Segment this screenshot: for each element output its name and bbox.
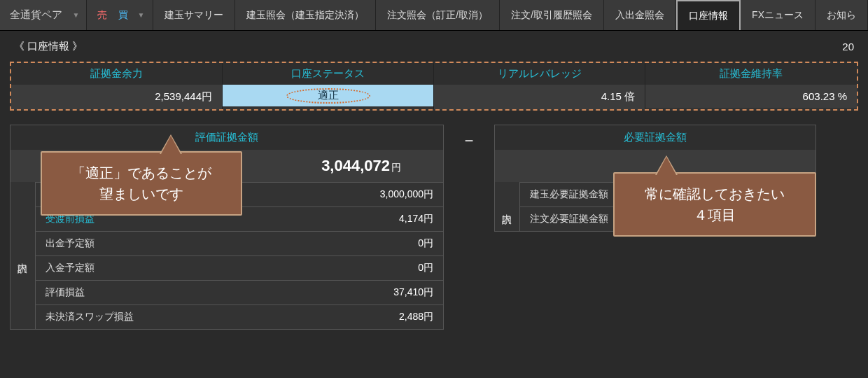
row-deposit-planned: 入金予定額0円 xyxy=(36,255,443,280)
highlight-table: 証拠金余力 2,539,444円 口座ステータス 適正 リアルレバレッジ 4.1… xyxy=(10,62,858,111)
tab-fx-news[interactable]: FXニュース xyxy=(741,0,816,30)
panel-head: 必要証拠金額 xyxy=(495,125,816,150)
breakdown-label: 内訳 xyxy=(495,182,520,231)
callout-status-advice: 「適正」であることが 望ましいです xyxy=(41,151,242,216)
col-real-leverage: リアルレバレッジ 4.15 倍 xyxy=(434,63,645,109)
col-head: リアルレバレッジ xyxy=(434,63,645,85)
callout-text: 常に確認しておきたい ４項目 xyxy=(627,183,802,225)
col-value: 適正 xyxy=(223,85,433,106)
top-toolbar: 全通貨ペア ▼ 売 買 ▼ 建玉サマリー 建玉照会（建玉指定決済） 注文照会（訂… xyxy=(0,0,868,31)
col-account-status: 口座ステータス 適正 xyxy=(223,63,434,109)
panel-head: 評価証拠金額 xyxy=(10,125,443,150)
col-value: 2,539,444円 xyxy=(11,85,222,109)
chevron-down-icon: ▼ xyxy=(73,11,80,19)
tab-order-inquiry[interactable]: 注文照会（訂正/取消） xyxy=(376,0,500,30)
tab-order-history[interactable]: 注文/取引履歴照会 xyxy=(500,0,604,30)
breakdown-label: 内訳 xyxy=(10,182,36,329)
currency-pair-select[interactable]: 全通貨ペア ▼ xyxy=(0,0,87,30)
tab-account-info[interactable]: 口座情報 xyxy=(676,0,741,30)
sell-buy-toggle[interactable]: 売 買 ▼ xyxy=(87,0,153,30)
col-value: 603.23 % xyxy=(645,85,857,108)
callout-tail-icon xyxy=(161,136,181,154)
buy-button[interactable]: 買 xyxy=(113,6,133,24)
row-valuation-pl: 評価損益37,410円 xyxy=(36,280,443,304)
col-head: 口座ステータス xyxy=(223,63,433,85)
page-title: 《 口座情報 》 xyxy=(14,40,83,53)
subhead: 《 口座情報 》 20 xyxy=(0,31,868,62)
col-margin-capacity: 証拠金余力 2,539,444円 xyxy=(11,63,223,109)
main-tabs: 建玉サマリー 建玉照会（建玉指定決済） 注文照会（訂正/取消） 注文/取引履歴照… xyxy=(153,0,868,30)
subhead-right: 20 xyxy=(842,41,854,52)
col-value: 4.15 倍 xyxy=(434,85,645,109)
col-head: 証拠金維持率 xyxy=(645,63,857,85)
col-margin-maintenance: 証拠金維持率 603.23 % xyxy=(645,63,857,109)
col-head: 証拠金余力 xyxy=(11,63,222,85)
sell-button[interactable]: 売 xyxy=(92,6,112,24)
tab-deposit-withdraw[interactable]: 入出金照会 xyxy=(604,0,676,30)
callout-tail-icon xyxy=(657,157,676,175)
callout-four-items: 常に確認しておきたい ４項目 xyxy=(613,172,816,237)
tab-position-inquiry[interactable]: 建玉照会（建玉指定決済） xyxy=(235,0,376,30)
callout-text: 「適正」であることが 望ましいです xyxy=(55,162,228,204)
minus-icon: － xyxy=(461,129,477,151)
chevron-down-icon: ▼ xyxy=(134,11,147,19)
currency-pair-label: 全通貨ペア xyxy=(10,8,62,22)
tab-position-summary[interactable]: 建玉サマリー xyxy=(153,0,235,30)
row-unsettled-swap-pl: 未決済スワップ損益2,488円 xyxy=(36,304,443,329)
row-withdraw-planned: 出金予定額0円 xyxy=(36,231,443,255)
tab-notice[interactable]: お知ら xyxy=(816,0,868,30)
